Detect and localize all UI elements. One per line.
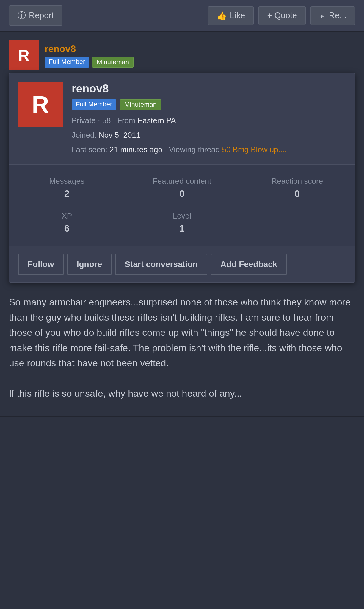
stat-level: Level 1	[124, 205, 239, 240]
reaction-value: 0	[243, 188, 352, 199]
popup-username: renov8	[72, 82, 346, 95]
stat-featured: Featured content 0	[124, 171, 239, 205]
report-button[interactable]: ⓘ Report	[9, 5, 62, 26]
popup-last-seen: Last seen: 21 minutes ago · Viewing thre…	[72, 144, 346, 156]
level-value: 1	[127, 223, 236, 234]
like-label: Like	[230, 11, 245, 20]
quote-label: + Quote	[267, 11, 297, 20]
featured-label: Featured content	[127, 177, 236, 186]
right-actions: 👍 Like + Quote ↲ Re...	[208, 6, 355, 25]
rank-value: Private	[72, 116, 96, 125]
like-button[interactable]: 👍 Like	[208, 6, 254, 25]
level-label: Level	[127, 211, 236, 221]
add-feedback-button[interactable]: Add Feedback	[211, 254, 287, 275]
follow-button[interactable]: Follow	[18, 254, 64, 275]
stats-area: Messages 2 Featured content 0 Reaction s…	[9, 164, 355, 246]
stat-messages: Messages 2	[9, 171, 124, 205]
badges-row: Full Member Minuteman	[45, 57, 134, 68]
thread-link[interactable]: 50 Bmg Blow up....	[222, 145, 287, 154]
profile-popup: R renov8 Full Member Minuteman Private ·…	[9, 73, 355, 283]
popup-rank-location: Private · 58 · From Eastern PA	[72, 115, 346, 126]
post-body: So many armchair engineers...surprised n…	[9, 295, 355, 371]
post-continuation: If this rifle is so unsafe, why have we …	[9, 386, 355, 401]
user-row: R renov8 Full Member Minuteman	[9, 40, 355, 70]
popup-badges: Full Member Minuteman	[72, 99, 346, 110]
reply-label: Re...	[329, 11, 346, 20]
post-count: 58	[102, 116, 111, 125]
messages-label: Messages	[12, 177, 121, 186]
username-link[interactable]: renov8	[45, 43, 76, 54]
xp-label: XP	[12, 211, 121, 221]
action-bar: ⓘ Report 👍 Like + Quote ↲ Re...	[0, 0, 364, 32]
post-content: So many armchair engineers...surprised n…	[9, 289, 355, 407]
stat-empty	[240, 205, 355, 240]
joined-date: Nov 5, 2011	[99, 131, 140, 139]
popup-header: R renov8 Full Member Minuteman Private ·…	[9, 73, 355, 164]
reaction-label: Reaction score	[243, 177, 352, 186]
popup-info: renov8 Full Member Minuteman Private · 5…	[72, 82, 346, 158]
popup-badge-minuteman: Minuteman	[120, 99, 161, 110]
popup-badge-full-member: Full Member	[72, 99, 116, 110]
last-seen-value: 21 minutes ago	[109, 145, 162, 154]
location-value: Eastern PA	[137, 116, 176, 125]
reply-button[interactable]: ↲ Re...	[310, 6, 355, 25]
stat-xp: XP 6	[9, 205, 124, 240]
ignore-button[interactable]: Ignore	[67, 254, 112, 275]
badge-full-member: Full Member	[45, 57, 89, 68]
post-section: R renov8 Full Member Minuteman R renov8 …	[0, 32, 364, 417]
avatar-large-letter: R	[32, 91, 49, 118]
popup-actions: Follow Ignore Start conversation Add Fee…	[9, 246, 355, 282]
report-label: Report	[29, 11, 54, 20]
reply-icon: ↲	[319, 11, 326, 21]
report-icon: ⓘ	[18, 10, 26, 21]
popup-joined: Joined: Nov 5, 2011	[72, 129, 346, 141]
featured-value: 0	[127, 188, 236, 199]
start-conversation-button[interactable]: Start conversation	[115, 254, 207, 275]
avatar-large[interactable]: R	[18, 82, 63, 127]
quote-button[interactable]: + Quote	[258, 6, 305, 25]
stat-reaction: Reaction score 0	[240, 171, 355, 205]
user-info: renov8 Full Member Minuteman	[45, 43, 134, 68]
badge-minuteman: Minuteman	[92, 57, 134, 68]
avatar-small[interactable]: R	[9, 40, 39, 70]
like-icon: 👍	[216, 11, 227, 21]
avatar-letter: R	[18, 46, 29, 64]
xp-value: 6	[12, 223, 121, 234]
messages-value: 2	[12, 188, 121, 199]
